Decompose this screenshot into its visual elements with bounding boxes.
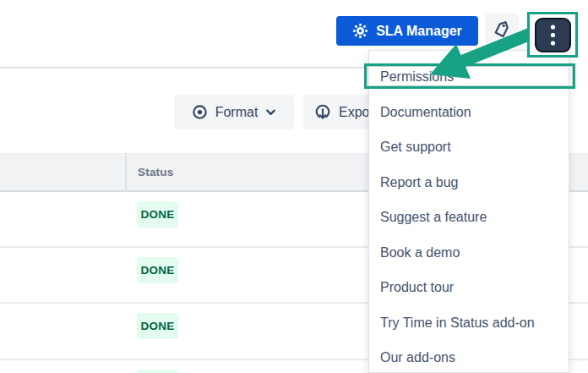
more-options-button[interactable]: [535, 18, 571, 52]
status-badge: DONE: [137, 201, 178, 228]
highlight-box-permissions: [364, 63, 575, 89]
format-button-label: Format: [215, 105, 259, 120]
menu-item-suggest-a-feature[interactable]: Suggest a feature: [369, 200, 569, 235]
menu-item-get-support[interactable]: Get support: [369, 129, 569, 165]
menu-item-product-tour[interactable]: Product tour: [369, 270, 569, 305]
status-column-header: Status: [138, 153, 173, 192]
highlight-box-kebab: [527, 12, 578, 58]
menu-item-report-a-bug[interactable]: Report a bug: [369, 165, 569, 200]
sla-manager-button[interactable]: SLA Manager: [336, 16, 478, 46]
kebab-menu-icon: [535, 18, 571, 52]
tag-button[interactable]: [485, 14, 519, 46]
menu-item-documentation[interactable]: Documentation: [369, 95, 569, 130]
status-badge: DONE: [137, 370, 178, 373]
chevron-down-icon: [264, 106, 277, 118]
menu-item-our-add-ons[interactable]: Our add-ons: [369, 340, 569, 373]
export-download-icon: [313, 103, 332, 122]
status-badge: DONE: [137, 257, 178, 283]
gear-icon: [352, 23, 368, 39]
eye-watch-icon: [191, 103, 209, 121]
menu-item-book-a-demo[interactable]: Book a demo: [369, 235, 569, 271]
menu-item-try-time-in-status-addon[interactable]: Try Time in Status add-on: [369, 305, 569, 341]
tag-icon: [492, 19, 512, 40]
format-button[interactable]: Format: [174, 95, 294, 129]
more-options-menu: Permissions Documentation Get support Re…: [368, 50, 569, 373]
column-divider: [125, 153, 127, 192]
app-screen: Status DONE DONE DONE DONE Format: [0, 0, 588, 373]
section-divider: [0, 67, 369, 69]
sla-manager-button-label: SLA Manager: [376, 24, 462, 39]
status-badge: DONE: [137, 313, 178, 339]
